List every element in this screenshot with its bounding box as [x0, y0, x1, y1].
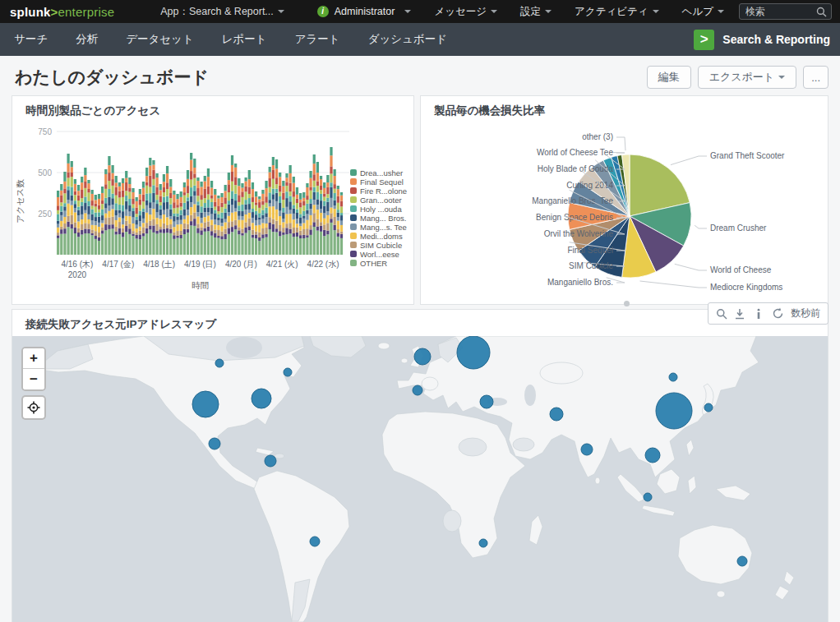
bar-segment[interactable]	[261, 238, 264, 255]
bar-segment[interactable]	[169, 229, 172, 233]
bar-segment[interactable]	[128, 187, 131, 191]
bar-segment[interactable]	[63, 193, 66, 203]
bar-segment[interactable]	[152, 225, 155, 232]
bar-segment[interactable]	[231, 213, 233, 222]
bar-segment[interactable]	[289, 173, 292, 183]
bar-segment[interactable]	[337, 229, 339, 233]
bar-segment[interactable]	[169, 187, 172, 193]
bar-segment[interactable]	[217, 238, 219, 255]
bar-segment[interactable]	[91, 229, 94, 233]
bar-segment[interactable]	[316, 191, 319, 199]
legend-item-5[interactable]: Mang... Bros.	[350, 214, 407, 222]
bar-segment[interactable]	[245, 214, 247, 222]
bar-segment[interactable]	[334, 225, 336, 230]
bar-segment[interactable]	[299, 200, 302, 202]
bar-segment[interactable]	[330, 213, 332, 219]
bar-segment[interactable]	[108, 173, 110, 181]
bar-segment[interactable]	[67, 154, 69, 164]
bar-segment[interactable]	[57, 191, 59, 197]
bar-segment[interactable]	[334, 209, 336, 217]
bar-segment[interactable]	[313, 154, 316, 164]
bar-segment[interactable]	[299, 214, 302, 217]
bar-segment[interactable]	[81, 177, 83, 182]
bar-segment[interactable]	[313, 200, 316, 205]
bar-segment[interactable]	[255, 211, 257, 214]
bar-segment[interactable]	[258, 208, 261, 213]
bar-segment[interactable]	[204, 212, 206, 217]
bar-segment[interactable]	[238, 234, 240, 255]
bar-segment[interactable]	[330, 147, 332, 155]
bar-segment[interactable]	[231, 172, 233, 182]
bar-segment[interactable]	[269, 204, 271, 207]
bar-segment[interactable]	[136, 201, 138, 208]
bar-segment[interactable]	[201, 223, 203, 227]
bar-segment[interactable]	[241, 188, 243, 192]
bar-segment[interactable]	[180, 215, 182, 220]
bar-segment[interactable]	[220, 226, 223, 231]
bar-segment[interactable]	[285, 186, 288, 191]
bar-segment[interactable]	[95, 236, 97, 239]
bar-segment[interactable]	[326, 198, 329, 202]
bar-segment[interactable]	[238, 202, 240, 205]
bar-segment[interactable]	[149, 208, 151, 214]
bar-segment[interactable]	[330, 187, 332, 198]
bar-segment[interactable]	[81, 224, 83, 230]
bar-segment[interactable]	[272, 170, 275, 179]
bar-segment[interactable]	[187, 210, 189, 215]
bar-segment[interactable]	[155, 224, 158, 231]
bar-segment[interactable]	[67, 216, 69, 222]
bar-segment[interactable]	[238, 220, 240, 228]
bar-segment[interactable]	[84, 182, 86, 188]
bar-segment[interactable]	[340, 238, 343, 255]
bar-segment[interactable]	[323, 213, 325, 218]
bar-segment[interactable]	[241, 220, 243, 229]
bar-segment[interactable]	[228, 205, 230, 213]
bar-segment[interactable]	[296, 237, 298, 255]
bar-segment[interactable]	[108, 229, 110, 255]
bar-segment[interactable]	[285, 234, 288, 255]
bar-segment[interactable]	[98, 217, 100, 223]
current-app-badge[interactable]: > Search & Reporting	[694, 30, 830, 50]
bar-segment[interactable]	[282, 222, 284, 228]
bar-segment[interactable]	[190, 215, 192, 221]
bar-segment[interactable]	[326, 187, 329, 194]
bar-segment[interactable]	[309, 215, 312, 225]
bar-segment[interactable]	[272, 232, 275, 255]
bar-segment[interactable]	[248, 187, 251, 194]
bar-segment[interactable]	[309, 178, 312, 187]
open-in-search-icon[interactable]	[716, 308, 727, 320]
bar-segment[interactable]	[238, 195, 240, 202]
bar-segment[interactable]	[136, 217, 138, 220]
bar-segment[interactable]	[190, 225, 192, 255]
bar-segment[interactable]	[207, 231, 210, 255]
bar-segment[interactable]	[57, 238, 59, 255]
legend-item-4[interactable]: Holy ...ouda	[350, 205, 407, 213]
bar-segment[interactable]	[136, 207, 138, 214]
bar-segment[interactable]	[187, 186, 189, 193]
bar-segment[interactable]	[285, 223, 288, 228]
bar-segment[interactable]	[320, 194, 322, 200]
bar-segment[interactable]	[95, 213, 97, 218]
bar-segment[interactable]	[95, 206, 97, 212]
bar-segment[interactable]	[228, 173, 230, 180]
bar-segment[interactable]	[224, 191, 227, 197]
bar-segment[interactable]	[104, 203, 107, 208]
bar-segment[interactable]	[173, 239, 175, 255]
bar-segment[interactable]	[128, 184, 131, 187]
bar-segment[interactable]	[155, 231, 158, 234]
bar-segment[interactable]	[67, 164, 69, 173]
bar-segment[interactable]	[296, 203, 298, 210]
bar-segment[interactable]	[87, 223, 90, 229]
bar-segment[interactable]	[118, 198, 121, 205]
bar-segment[interactable]	[282, 219, 284, 222]
nav-tab-2[interactable]: データセット	[112, 23, 208, 56]
bar-segment[interactable]	[323, 193, 325, 196]
bar-segment[interactable]	[306, 187, 308, 196]
bar-segment[interactable]	[258, 233, 261, 237]
bar-segment[interactable]	[293, 228, 295, 233]
bar-segment[interactable]	[272, 206, 275, 219]
bar-segment[interactable]	[248, 226, 251, 230]
bar-segment[interactable]	[309, 191, 312, 199]
bar-segment[interactable]	[67, 222, 69, 228]
bar-segment[interactable]	[313, 213, 316, 222]
